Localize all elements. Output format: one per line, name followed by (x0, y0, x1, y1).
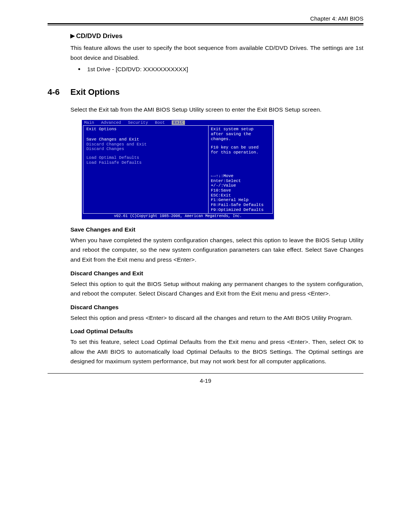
bios-panel-title: Exit Options (86, 127, 205, 132)
bios-item-load-optimal[interactable]: Load Optimal Defaults (86, 155, 205, 160)
bios-item-load-failsafe[interactable]: Load Failsafe Defaults (86, 160, 205, 165)
opt-body-load-optimal: To set this feature, select Load Optimal… (48, 337, 363, 366)
opt-head-load-optimal: Load Optimal Defaults (48, 328, 363, 335)
bullet-icon: • (78, 66, 87, 73)
cddvd-bullet-text: 1st Drive - [CD/DVD: XXXXXXXXXXX] (87, 66, 188, 72)
bios-item-discard[interactable]: Discard Changes (86, 147, 205, 152)
bios-key-line: ←→↑↓:Move (211, 174, 270, 179)
bios-tab-exit[interactable]: Exit (172, 120, 185, 125)
cddvd-heading: ▶CD/DVD Drives (48, 32, 363, 40)
bios-tab-main[interactable]: Main (84, 120, 94, 125)
opt-body-discard-exit: Select this option to quit the BIOS Setu… (48, 279, 363, 299)
bios-menubar: Main Advanced Security Boot Exit (82, 120, 274, 126)
header-rule (48, 23, 363, 26)
bios-key-line: +/-/:Value (211, 183, 270, 188)
bios-right-panel: Exit system setup after saving the chang… (208, 125, 273, 214)
bios-key-line: F9:Optimized Defaults (211, 208, 270, 212)
section-intro: Select the Exit tab from the AMI BIOS Se… (48, 105, 363, 115)
triangle-right-icon: ▶ (70, 32, 75, 39)
bios-tab-security[interactable]: Security (128, 120, 148, 125)
bios-left-panel: Exit Options Save Changes and Exit Disca… (83, 125, 208, 214)
bios-item-save-exit[interactable]: Save Changes and Exit (86, 137, 205, 142)
bios-help-line: changes. (211, 137, 270, 142)
bios-key-hints: ←→↑↓:Move Enter:Select +/-/:Value F10:Sa… (211, 174, 270, 212)
cddvd-heading-text: CD/DVD Drives (76, 32, 123, 40)
bios-screenshot: Main Advanced Security Boot Exit Exit Op… (82, 120, 363, 219)
bios-help-line: for this operation. (211, 150, 270, 155)
page-number: 4-19 (48, 377, 363, 384)
bios-help-text: Exit system setup after saving the chang… (211, 127, 270, 155)
bios-key-line: F1:General Help (211, 198, 270, 203)
opt-body-save-exit: When you have completed the system confi… (48, 235, 363, 265)
section-heading: 4-6Exit Options (48, 87, 363, 97)
opt-head-discard-exit: Discard Changes and Exit (48, 270, 363, 277)
bios-key-line: F8:Fail-Safe Defaults (211, 203, 270, 208)
chapter-header: Chapter 4: AMI BIOS (48, 15, 363, 22)
bios-copyright: v02.61 (C)Copyright 1985-2006, American … (82, 214, 274, 219)
cddvd-bullet-row: •1st Drive - [CD/DVD: XXXXXXXXXXX] (48, 66, 363, 73)
opt-body-discard: Select this option and press <Enter> to … (48, 313, 363, 323)
bios-tab-boot[interactable]: Boot (155, 120, 165, 125)
bios-tab-advanced[interactable]: Advanced (101, 120, 121, 125)
footer-rule (48, 373, 363, 374)
opt-head-save-exit: Save Changes and Exit (48, 226, 363, 233)
bios-key-line: ESC:Exit (211, 193, 270, 198)
bios-key-line: Enter:Select (211, 179, 270, 184)
opt-head-discard: Discard Changes (48, 304, 363, 311)
bios-help-line: after saving the (211, 132, 270, 137)
bios-help-line: Exit system setup (211, 127, 270, 132)
bios-key-line: F10:Save (211, 188, 270, 193)
section-title: Exit Options (70, 87, 120, 97)
cddvd-paragraph: This feature allows the user to specify … (48, 43, 363, 62)
bios-item-discard-exit[interactable]: Discard Changes and Exit (86, 142, 205, 147)
section-number: 4-6 (48, 87, 70, 97)
bios-help-line: F10 key can be used (211, 145, 270, 150)
